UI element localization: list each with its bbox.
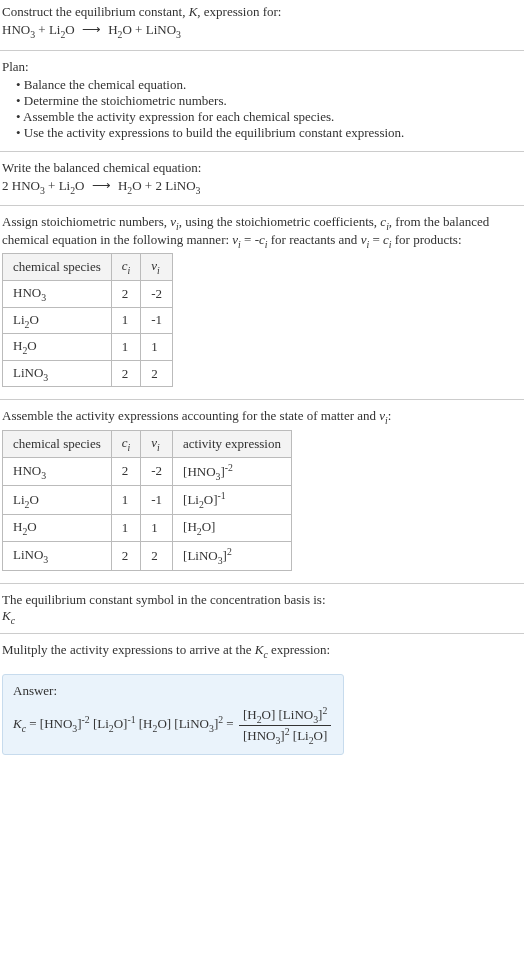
stoich-section: Assign stoichiometric numbers, νi, using… bbox=[0, 210, 524, 395]
table-row: HNO3 2 -2 bbox=[3, 280, 173, 307]
cell-ci: 2 bbox=[111, 457, 141, 486]
cell-vi: -1 bbox=[141, 307, 173, 334]
answer-box: Answer: Kc = [HNO3]-2 [Li2O]-1 [H2O] [Li… bbox=[2, 674, 344, 755]
plan-title: Plan: bbox=[2, 59, 522, 75]
cell-vi: 2 bbox=[141, 541, 173, 570]
prompt-equation: HNO3 + Li2O ⟶ H2O + LiNO3 bbox=[2, 22, 522, 40]
cell-ci: 2 bbox=[111, 541, 141, 570]
divider bbox=[0, 50, 524, 51]
plan-item: Use the activity expressions to build th… bbox=[16, 125, 522, 141]
cell-species: LiNO3 bbox=[3, 541, 112, 570]
cell-species: LiNO3 bbox=[3, 360, 112, 387]
divider bbox=[0, 633, 524, 634]
cell-species: Li2O bbox=[3, 307, 112, 334]
cell-ci: 1 bbox=[111, 307, 141, 334]
table-row: Li2O 1 -1 [Li2O]-1 bbox=[3, 486, 292, 515]
prompt-section: Construct the equilibrium constant, K, e… bbox=[0, 0, 524, 46]
col-ci: ci bbox=[111, 430, 141, 457]
kc-denominator: [HNO3]2 [Li2O] bbox=[239, 726, 331, 746]
table-header-row: chemical species ci νi bbox=[3, 254, 173, 281]
symbol-line: The equilibrium constant symbol in the c… bbox=[2, 592, 522, 608]
cell-species: H2O bbox=[3, 515, 112, 542]
answer-section: Answer: Kc = [HNO3]-2 [Li2O]-1 [H2O] [Li… bbox=[0, 664, 524, 765]
cell-vi: 1 bbox=[141, 334, 173, 361]
activity-section: Assemble the activity expressions accoun… bbox=[0, 404, 524, 579]
plan-item: Assemble the activity expression for eac… bbox=[16, 109, 522, 125]
balanced-equation: 2 HNO3 + Li2O ⟶ H2O + 2 LiNO3 bbox=[2, 178, 522, 196]
cell-expr: [Li2O]-1 bbox=[173, 486, 292, 515]
divider bbox=[0, 583, 524, 584]
divider bbox=[0, 151, 524, 152]
cell-species: Li2O bbox=[3, 486, 112, 515]
prompt-line: Construct the equilibrium constant, K, e… bbox=[2, 4, 522, 20]
table-row: LiNO3 2 2 [LiNO3]2 bbox=[3, 541, 292, 570]
symbol-section: The equilibrium constant symbol in the c… bbox=[0, 588, 524, 630]
cell-ci: 2 bbox=[111, 280, 141, 307]
col-species: chemical species bbox=[3, 254, 112, 281]
table-row: Li2O 1 -1 bbox=[3, 307, 173, 334]
plan-item: Balance the chemical equation. bbox=[16, 77, 522, 93]
cell-ci: 1 bbox=[111, 486, 141, 515]
cell-vi: -1 bbox=[141, 486, 173, 515]
table-row: H2O 1 1 bbox=[3, 334, 173, 361]
col-expr: activity expression bbox=[173, 430, 292, 457]
kc-expression: Kc = [HNO3]-2 [Li2O]-1 [H2O] [LiNO3]2 = … bbox=[13, 705, 333, 746]
table-header-row: chemical species ci νi activity expressi… bbox=[3, 430, 292, 457]
cell-expr: [H2O] bbox=[173, 515, 292, 542]
cell-vi: -2 bbox=[141, 280, 173, 307]
plan-section: Plan: Balance the chemical equation. Det… bbox=[0, 55, 524, 147]
cell-vi: 2 bbox=[141, 360, 173, 387]
balanced-section: Write the balanced chemical equation: 2 … bbox=[0, 156, 524, 202]
cell-ci: 2 bbox=[111, 360, 141, 387]
kc-symbol: Kc bbox=[2, 608, 522, 626]
cell-species: H2O bbox=[3, 334, 112, 361]
cell-expr: [LiNO3]2 bbox=[173, 541, 292, 570]
cell-ci: 1 bbox=[111, 515, 141, 542]
plan-list: Balance the chemical equation. Determine… bbox=[2, 77, 522, 141]
col-vi: νi bbox=[141, 254, 173, 281]
answer-label: Answer: bbox=[13, 683, 333, 699]
multiply-section: Mulitply the activity expressions to arr… bbox=[0, 638, 524, 664]
col-species: chemical species bbox=[3, 430, 112, 457]
activity-intro: Assemble the activity expressions accoun… bbox=[2, 408, 522, 426]
stoich-intro: Assign stoichiometric numbers, νi, using… bbox=[2, 214, 522, 249]
divider bbox=[0, 205, 524, 206]
cell-species: HNO3 bbox=[3, 457, 112, 486]
col-ci: ci bbox=[111, 254, 141, 281]
table-row: H2O 1 1 [H2O] bbox=[3, 515, 292, 542]
cell-expr: [HNO3]-2 bbox=[173, 457, 292, 486]
activity-table: chemical species ci νi activity expressi… bbox=[2, 430, 292, 571]
plan-item: Determine the stoichiometric numbers. bbox=[16, 93, 522, 109]
cell-vi: -2 bbox=[141, 457, 173, 486]
multiply-line: Mulitply the activity expressions to arr… bbox=[2, 642, 522, 660]
stoich-table: chemical species ci νi HNO3 2 -2 Li2O 1 … bbox=[2, 253, 173, 387]
cell-species: HNO3 bbox=[3, 280, 112, 307]
balanced-title: Write the balanced chemical equation: bbox=[2, 160, 522, 176]
table-row: HNO3 2 -2 [HNO3]-2 bbox=[3, 457, 292, 486]
table-row: LiNO3 2 2 bbox=[3, 360, 173, 387]
cell-vi: 1 bbox=[141, 515, 173, 542]
cell-ci: 1 bbox=[111, 334, 141, 361]
col-vi: νi bbox=[141, 430, 173, 457]
kc-fraction: [H2O] [LiNO3]2 [HNO3]2 [Li2O] bbox=[239, 705, 331, 746]
divider bbox=[0, 399, 524, 400]
kc-numerator: [H2O] [LiNO3]2 bbox=[239, 705, 331, 726]
